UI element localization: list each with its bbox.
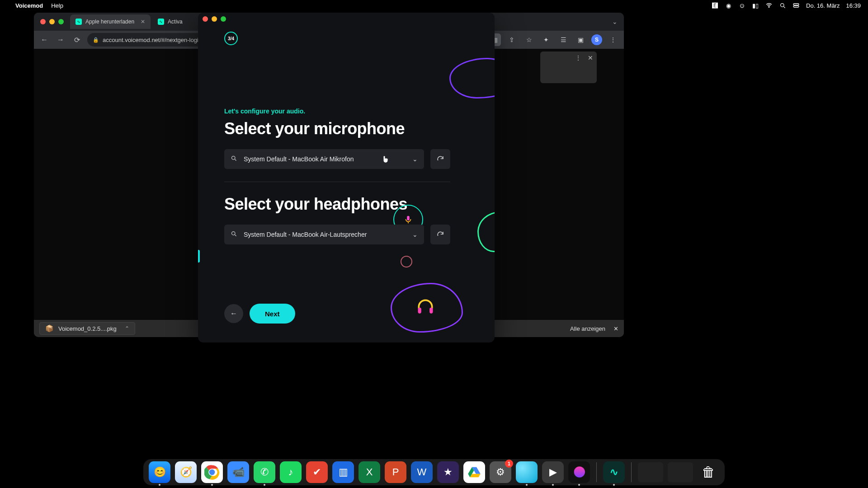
close-window-icon[interactable] (40, 19, 46, 24)
download-chip[interactable]: 📦 Voicemod_0.2.5....pkg ⌃ (39, 322, 135, 335)
tab-favicon: ∿ (75, 19, 82, 25)
svg-rect-5 (407, 216, 410, 221)
headphones-select[interactable]: System Default - MacBook Air-Lautspreche… (224, 225, 424, 244)
popup-menu-icon[interactable]: ⋮ (575, 54, 581, 61)
svg-point-4 (232, 156, 236, 160)
microphone-select[interactable]: System Default - MacBook Air Mikrofon ⌄ (224, 149, 424, 169)
chrome-traffic-lights[interactable] (34, 19, 70, 24)
refresh-icon (436, 155, 444, 163)
tab-close-icon[interactable]: ✕ (141, 19, 145, 25)
downloads-popup: ⋮ ✕ (540, 52, 597, 83)
headphones-refresh-button[interactable] (430, 225, 450, 244)
show-all-downloads[interactable]: Alle anzeigen (570, 325, 605, 332)
tab-title: Apple herunterladen (85, 19, 134, 25)
forward-button[interactable]: → (55, 34, 66, 46)
extensions-icon[interactable]: ✦ (540, 33, 552, 46)
fullscreen-window-icon[interactable] (58, 19, 64, 24)
voicemod-window: 3/4 Let's configure your audio. Select y… (198, 13, 495, 343)
section-divider (224, 182, 450, 182)
tabstrip-caret-icon[interactable]: ⌄ (612, 18, 618, 25)
lock-icon: 🔒 (93, 37, 99, 43)
browser-tab-1[interactable]: ∿ Apple herunterladen ✕ (70, 14, 151, 29)
package-icon: 📦 (45, 324, 54, 333)
share-icon[interactable]: ⇪ (505, 33, 518, 46)
popup-close-icon[interactable]: ✕ (588, 54, 593, 61)
next-button[interactable]: Next (250, 304, 295, 324)
svg-point-6 (232, 232, 236, 235)
profile-avatar[interactable]: S (591, 34, 602, 45)
refresh-icon (436, 230, 444, 239)
back-button[interactable]: ← (224, 304, 243, 323)
svg-rect-8 (429, 308, 433, 314)
step-indicator: 3/4 (224, 32, 238, 45)
headphones-blob (391, 283, 463, 333)
bookmark-star-icon[interactable]: ☆ (523, 33, 535, 46)
close-window-icon[interactable] (203, 16, 208, 22)
voicemod-traffic-lights[interactable] (203, 16, 226, 22)
decorative-blob (477, 211, 495, 252)
minimize-window-icon[interactable] (212, 16, 217, 22)
reading-list-icon[interactable]: ☰ (557, 33, 570, 46)
reload-button[interactable]: ⟳ (71, 34, 83, 46)
lead-text: Let's configure your audio. (224, 108, 450, 115)
downloads-bar-close-icon[interactable]: ✕ (613, 325, 618, 332)
menubar-help[interactable]: Help (51, 2, 63, 9)
url-text: account.voicemod.net/#/nextgen-login (103, 37, 202, 43)
back-button[interactable]: ← (38, 34, 50, 46)
chevron-up-icon[interactable]: ⌃ (125, 325, 129, 332)
microphone-select-value: System Default - MacBook Air Mikrofon (244, 155, 354, 163)
fullscreen-window-icon[interactable] (221, 16, 226, 22)
browser-tab-2[interactable]: ∿ Activa (152, 14, 188, 29)
pointer-cursor-icon (382, 155, 390, 164)
decorative-circle (401, 256, 412, 267)
headphones-icon (415, 297, 435, 317)
minimize-window-icon[interactable] (49, 19, 55, 24)
search-icon (231, 155, 237, 163)
microphone-heading: Select your microphone (224, 119, 450, 138)
decorative-blob (449, 58, 495, 99)
download-filename: Voicemod_0.2.5....pkg (58, 325, 117, 332)
svg-rect-7 (418, 308, 421, 314)
sidepanel-icon[interactable]: ▣ (574, 33, 587, 46)
arrow-left-icon: ← (230, 310, 237, 318)
decorative-square (198, 250, 200, 263)
headphones-select-value: System Default - MacBook Air-Lautspreche… (244, 231, 367, 238)
chrome-menu-icon[interactable]: ⋮ (607, 33, 619, 46)
chevron-down-icon: ⌄ (412, 155, 418, 163)
tab-title: Activa (168, 19, 183, 25)
microphone-refresh-button[interactable] (430, 149, 450, 169)
menubar-app-name[interactable]: Voicemod (15, 2, 43, 9)
tab-favicon: ∿ (158, 19, 164, 25)
search-icon (231, 230, 237, 239)
chevron-down-icon: ⌄ (412, 231, 418, 238)
mac-menubar: Voicemod Help 🅴 ◉ ⊙ ▮▯ Do. 16. März 16:3… (0, 0, 658, 11)
